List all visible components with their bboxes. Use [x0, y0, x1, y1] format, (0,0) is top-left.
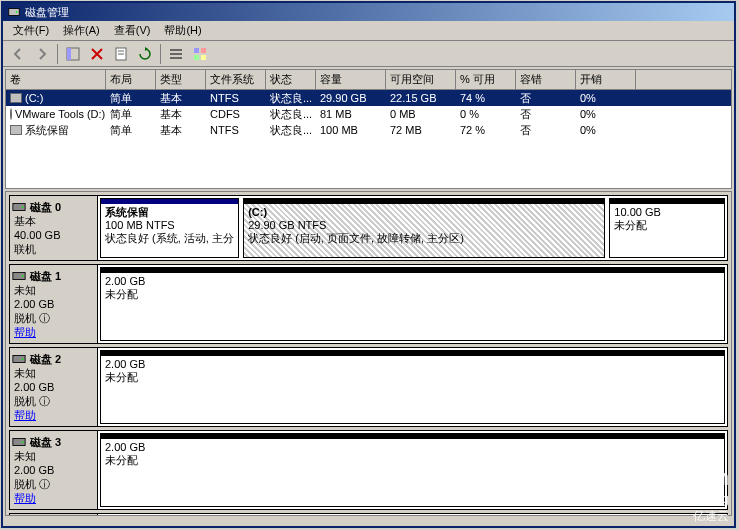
part-status: 未分配: [614, 219, 647, 231]
disk-allocation: 系统保留 100 MB NTFS 状态良好 (系统, 活动, 主分 (C:) 2…: [98, 196, 727, 260]
svg-rect-13: [201, 55, 206, 60]
disk-name: 磁盘 2: [30, 352, 93, 366]
refresh-button[interactable]: [134, 43, 156, 65]
disk-status: 脱机 ⓘ: [14, 394, 93, 408]
disk-icon: [12, 200, 26, 214]
disk-type: 未知: [14, 366, 93, 380]
graphical-view-button[interactable]: [189, 43, 211, 65]
col-free[interactable]: 可用空间: [386, 70, 456, 89]
col-volume[interactable]: 卷: [6, 70, 106, 89]
disk-allocation: 2.00 GB 未分配: [98, 348, 727, 426]
back-button[interactable]: [7, 43, 29, 65]
svg-rect-9: [170, 57, 182, 59]
disk-size: 40.00 GB: [14, 228, 93, 242]
forward-button[interactable]: [31, 43, 53, 65]
part-size: 2.00 GB: [105, 275, 145, 287]
help-link[interactable]: 帮助: [14, 409, 36, 421]
part-status: 未分配: [105, 288, 138, 300]
disk-status: 脱机 ⓘ: [14, 311, 93, 325]
disk-type: 基本: [14, 214, 93, 228]
disk-name: 磁盘 0: [30, 200, 93, 214]
disk-info[interactable]: 磁盘 3 未知 2.00 GB 脱机 ⓘ 帮助: [10, 431, 98, 509]
col-layout[interactable]: 布局: [106, 70, 156, 89]
disk-info[interactable]: 磁盘 0 基本 40.00 GB 联机: [10, 196, 98, 260]
disk-name: 磁盘 1: [30, 269, 93, 283]
disk-row: 磁盘 2 未知 2.00 GB 脱机 ⓘ 帮助 2.00 GB 未分配: [9, 347, 728, 427]
disk-info[interactable]: 磁盘 4 未知 2.00 GB 脱机 ⓘ 帮助: [10, 514, 98, 516]
console-tree-button[interactable]: [62, 43, 84, 65]
disk-status: 脱机 ⓘ: [14, 477, 93, 491]
partition[interactable]: 2.00 GB 未分配: [100, 267, 725, 341]
svg-point-17: [22, 275, 24, 277]
part-size: 29.90 GB NTFS: [248, 219, 326, 231]
volume-row[interactable]: VMware Tools (D:) 简单 基本 CDFS 状态良... 81 M…: [6, 106, 731, 122]
svg-point-1: [16, 11, 18, 13]
svg-rect-10: [194, 48, 199, 53]
disk-icon: [12, 352, 26, 366]
col-capacity[interactable]: 容量: [316, 70, 386, 89]
volume-row[interactable]: 系统保留 简单 基本 NTFS 状态良... 100 MB 72 MB 72 %…: [6, 122, 731, 138]
svg-rect-12: [194, 55, 199, 60]
properties-button[interactable]: [110, 43, 132, 65]
menubar: 文件(F) 操作(A) 查看(V) 帮助(H): [3, 21, 734, 41]
list-view-button[interactable]: [165, 43, 187, 65]
col-type[interactable]: 类型: [156, 70, 206, 89]
vol-name: VMware Tools (D:): [15, 108, 105, 120]
svg-point-15: [22, 206, 24, 208]
disk-info[interactable]: 磁盘 1 未知 2.00 GB 脱机 ⓘ 帮助: [10, 265, 98, 343]
disk-icon: [12, 435, 26, 449]
menu-view[interactable]: 查看(V): [108, 21, 157, 40]
disk-type: 未知: [14, 449, 93, 463]
delete-button[interactable]: [86, 43, 108, 65]
part-size: 2.00 GB: [105, 441, 145, 453]
window-title: 磁盘管理: [25, 5, 69, 20]
disk-row: 磁盘 0 基本 40.00 GB 联机 系统保留 100 MB NTFS 状态良…: [9, 195, 728, 261]
part-status: 状态良好 (系统, 活动, 主分: [105, 232, 234, 244]
part-status: 状态良好 (启动, 页面文件, 故障转储, 主分区): [248, 232, 464, 244]
partition[interactable]: 2.00 GB 未分配: [100, 350, 725, 424]
disk-row: 磁盘 1 未知 2.00 GB 脱机 ⓘ 帮助 2.00 GB 未分配: [9, 264, 728, 344]
svg-rect-0: [9, 9, 20, 16]
partition[interactable]: 2.00 GB 未分配: [100, 433, 725, 507]
menu-help[interactable]: 帮助(H): [158, 21, 207, 40]
disk-type: 未知: [14, 283, 93, 297]
disk-allocation: 2.00 GB 未分配: [98, 514, 727, 516]
help-link[interactable]: 帮助: [14, 492, 36, 504]
disk-size: 2.00 GB: [14, 463, 93, 477]
menu-file[interactable]: 文件(F): [7, 21, 55, 40]
toolbar: [3, 41, 734, 67]
part-size: 100 MB NTFS: [105, 219, 175, 231]
col-status[interactable]: 状态: [266, 70, 316, 89]
menu-action[interactable]: 操作(A): [57, 21, 106, 40]
volume-row[interactable]: (C:) 简单 基本 NTFS 状态良... 29.90 GB 22.15 GB…: [6, 90, 731, 106]
partition[interactable]: 10.00 GB 未分配: [609, 198, 725, 258]
svg-rect-11: [201, 48, 206, 53]
disk-allocation: 2.00 GB 未分配: [98, 431, 727, 509]
col-pct[interactable]: % 可用: [456, 70, 516, 89]
svg-rect-3: [67, 48, 71, 60]
partition[interactable]: (C:) 29.90 GB NTFS 状态良好 (启动, 页面文件, 故障转储,…: [243, 198, 605, 258]
disk-info[interactable]: 磁盘 2 未知 2.00 GB 脱机 ⓘ 帮助: [10, 348, 98, 426]
help-link[interactable]: 帮助: [14, 326, 36, 338]
disk-management-window: 磁盘管理 文件(F) 操作(A) 查看(V) 帮助(H) 卷 布局 类型 文件系…: [1, 1, 736, 528]
part-title: (C:): [248, 206, 267, 218]
part-status: 未分配: [105, 454, 138, 466]
disk-size: 2.00 GB: [14, 297, 93, 311]
disk-graphical-view[interactable]: 磁盘 0 基本 40.00 GB 联机 系统保留 100 MB NTFS 状态良…: [5, 191, 732, 516]
app-icon: [7, 5, 21, 19]
drive-icon: [10, 125, 22, 135]
disk-icon: [12, 269, 26, 283]
svg-rect-8: [170, 53, 182, 55]
drive-icon: [10, 93, 22, 103]
partition[interactable]: 系统保留 100 MB NTFS 状态良好 (系统, 活动, 主分: [100, 198, 239, 258]
volume-list[interactable]: 卷 布局 类型 文件系统 状态 容量 可用空间 % 可用 容错 开销 (C:) …: [5, 69, 732, 189]
titlebar[interactable]: 磁盘管理: [3, 3, 734, 21]
toolbar-separator: [160, 44, 161, 64]
list-header: 卷 布局 类型 文件系统 状态 容量 可用空间 % 可用 容错 开销: [6, 70, 731, 90]
col-fs[interactable]: 文件系统: [206, 70, 266, 89]
part-title: 系统保留: [105, 206, 149, 218]
col-oh[interactable]: 开销: [576, 70, 636, 89]
disk-size: 2.00 GB: [14, 380, 93, 394]
col-ft[interactable]: 容错: [516, 70, 576, 89]
part-size: 10.00 GB: [614, 206, 660, 218]
